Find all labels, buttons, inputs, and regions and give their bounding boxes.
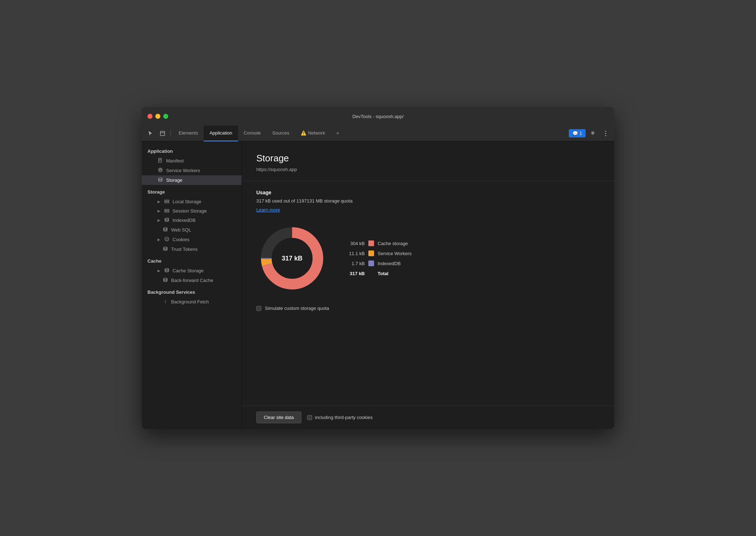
chat-icon: 💬 [572, 131, 578, 136]
tab-more[interactable]: » [331, 126, 345, 141]
web-sql-label: Web SQL [171, 227, 191, 233]
arrow-icon: ▶ [158, 238, 160, 242]
toolbar-right: 💬 1 [569, 128, 611, 139]
svg-rect-0 [160, 131, 165, 136]
donut-chart: 317 kB [256, 223, 328, 294]
legend-idb-name: IndexedDB [378, 261, 401, 266]
svg-rect-5 [159, 158, 161, 162]
usage-section: Usage 317 kB used out of 1197131 MB stor… [256, 181, 600, 320]
storage-label: Storage [166, 177, 183, 183]
legend-cache-storage: 304 kB Cache storage [345, 240, 412, 246]
main-panel: Storage https://squoosh.app Usage 317 kB… [242, 141, 614, 429]
minimize-button[interactable] [155, 114, 160, 119]
sidebar-item-back-forward-cache[interactable]: Back-forward Cache [142, 276, 242, 285]
cursor-icon[interactable] [145, 128, 156, 139]
legend-total: 317 kB Total [345, 271, 412, 276]
sidebar-section-cache: Cache [142, 254, 242, 266]
svg-point-4 [605, 135, 606, 136]
sidebar-item-service-workers[interactable]: Service Workers [142, 166, 242, 175]
sidebar-section-application: Application [142, 144, 242, 156]
legend-total-size: 317 kB [345, 271, 365, 276]
settings-icon[interactable] [587, 128, 598, 139]
notifications-button[interactable]: 💬 1 [569, 129, 586, 137]
service-workers-label: Service Workers [166, 168, 200, 173]
sidebar-item-cache-storage[interactable]: ▶ Cache Storage [142, 266, 242, 276]
sidebar-item-trust-tokens[interactable]: Trust Tokens [142, 244, 242, 254]
sidebar-item-session-storage[interactable]: ▶ Session Storage [142, 206, 242, 215]
toolbar: Elements Application Console Sources ⚠️ … [142, 126, 614, 141]
tab-application[interactable]: Application [204, 126, 238, 141]
donut-center-label: 317 kB [282, 255, 302, 262]
legend-service-workers: 11.1 kB Service Workers [345, 250, 412, 256]
session-storage-icon [164, 208, 170, 214]
simulate-row: Simulate custom storage quota [256, 306, 600, 320]
legend-total-spacer [368, 271, 374, 276]
cookies-label-text: including third-party cookies [315, 415, 373, 420]
back-forward-cache-label: Back-forward Cache [171, 278, 213, 283]
local-storage-icon [164, 199, 170, 204]
close-button[interactable] [147, 114, 152, 119]
arrow-icon: ▶ [158, 209, 160, 213]
svg-point-22 [166, 238, 166, 239]
legend-sw-name: Service Workers [378, 251, 412, 256]
tab-console[interactable]: Console [238, 126, 267, 141]
sidebar-item-indexeddb[interactable]: ▶ IndexedDB [142, 215, 242, 225]
sidebar-item-background-fetch[interactable]: ↑ Background Fetch [142, 297, 242, 306]
warning-icon: ⚠️ [301, 130, 306, 136]
sidebar-item-web-sql[interactable]: Web SQL [142, 225, 242, 235]
maximize-button[interactable] [163, 114, 168, 119]
manifest-icon [158, 158, 163, 164]
manifest-label: Manifest [166, 158, 184, 164]
simulate-checkbox[interactable] [256, 306, 261, 311]
tab-sources[interactable]: Sources [267, 126, 295, 141]
tab-elements[interactable]: Elements [173, 126, 204, 141]
back-forward-cache-icon [163, 277, 168, 283]
arrow-icon: ▶ [158, 200, 160, 204]
svg-point-21 [165, 237, 169, 241]
svg-point-28 [164, 278, 167, 279]
svg-point-3 [605, 133, 606, 134]
service-workers-icon [158, 167, 163, 174]
sidebar: Application Manifest Service Workers Sto… [142, 141, 242, 429]
toolbar-divider [170, 130, 171, 137]
svg-point-20 [164, 228, 167, 229]
svg-point-25 [167, 240, 168, 240]
cookies-option: including third-party cookies [307, 415, 373, 420]
sidebar-item-storage[interactable]: Storage [142, 175, 242, 185]
inspect-icon[interactable] [157, 128, 168, 139]
indexeddb-label: IndexedDB [173, 218, 195, 223]
svg-rect-16 [165, 202, 169, 203]
svg-point-24 [166, 239, 167, 240]
learn-more-link[interactable]: Learn more [256, 207, 280, 213]
legend-total-name: Total [378, 271, 388, 276]
legend-sw-color [368, 250, 374, 256]
chart-legend: 304 kB Cache storage 11.1 kB Service Wor… [345, 240, 412, 276]
usage-text: 317 kB used out of 1197131 MB storage qu… [256, 198, 600, 204]
tab-network[interactable]: ⚠️ Network [295, 126, 331, 141]
cache-storage-label: Cache Storage [173, 268, 204, 273]
background-fetch-icon: ↑ [163, 299, 168, 304]
cookies-icon [164, 237, 170, 243]
legend-idb-size: 1.7 kB [345, 261, 365, 266]
tab-bar: Elements Application Console Sources ⚠️ … [173, 126, 345, 141]
cache-storage-icon [164, 268, 170, 274]
title-bar: DevTools - squoosh.app/ [142, 107, 614, 126]
sidebar-item-manifest[interactable]: Manifest [142, 156, 242, 166]
local-storage-label: Local Storage [173, 199, 201, 204]
cookies-checkbox[interactable] [307, 415, 312, 420]
svg-point-14 [159, 178, 162, 179]
svg-point-2 [605, 131, 606, 132]
storage-icon [158, 177, 163, 183]
svg-point-27 [165, 268, 169, 270]
clear-site-data-button[interactable]: Clear site data [256, 411, 301, 423]
arrow-icon: ▶ [158, 218, 160, 222]
svg-rect-15 [165, 200, 169, 201]
sidebar-item-local-storage[interactable]: ▶ Local Storage [142, 197, 242, 206]
bottom-bar: Clear site data including third-party co… [242, 405, 614, 429]
more-options-icon[interactable] [600, 128, 611, 139]
cookies-label: Cookies [173, 237, 189, 242]
chart-area: 317 kB 304 kB Cache storage 11.1 kB [256, 223, 600, 294]
session-storage-label: Session Storage [173, 208, 207, 214]
sidebar-item-cookies[interactable]: ▶ Cookies [142, 235, 242, 244]
window-title: DevTools - squoosh.app/ [352, 114, 403, 119]
